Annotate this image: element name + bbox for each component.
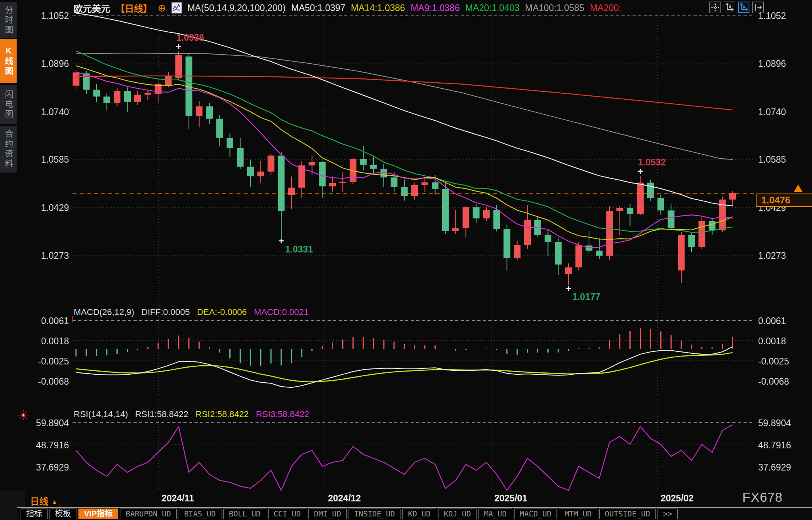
sidebar-item-lightning-chart[interactable]: 闪电图 bbox=[0, 85, 17, 124]
candle-body bbox=[237, 148, 244, 167]
sidebar-item-contract-info[interactable]: 合约资料 bbox=[0, 126, 17, 173]
candle-body bbox=[586, 245, 593, 251]
price-axis-right: 1.0896 bbox=[758, 59, 808, 69]
x-axis-date: 2024/12 bbox=[328, 493, 361, 504]
tab-mtm-ud[interactable]: MTM_UD bbox=[559, 509, 597, 519]
rsi-legend: RSI(14,14,14) RSI1:58.8422 RSI2:58.8422 … bbox=[74, 409, 309, 419]
candle-body bbox=[247, 167, 254, 176]
macd-axis-right: 0.0061 bbox=[758, 316, 808, 326]
x-axis-date: 2025/01 bbox=[494, 493, 527, 504]
period-selector[interactable]: 日线▲ bbox=[30, 494, 57, 507]
candle-body bbox=[678, 235, 685, 270]
current-price-tag: 1.0476 bbox=[756, 194, 812, 207]
tab-dmi-ud[interactable]: DMI_UD bbox=[308, 509, 347, 519]
indicator-settings-icon[interactable] bbox=[172, 2, 182, 13]
period-tag[interactable]: 【日线】 bbox=[116, 1, 152, 15]
rsi-axis-left: 48.7916 bbox=[19, 440, 69, 451]
candle-body bbox=[309, 162, 315, 166]
chart-application: ++++ 分时图 K线图 闪电图 合约资料 欧元美元 【日线】 ⊕ MA(50,… bbox=[0, 0, 812, 520]
candle-body bbox=[432, 182, 438, 189]
candle-body bbox=[124, 91, 131, 102]
candle-body bbox=[165, 76, 172, 85]
candle-body bbox=[196, 106, 202, 116]
add-compare-icon[interactable]: ⊕ bbox=[158, 2, 166, 14]
macd-axis-left: 0.0061 bbox=[19, 316, 69, 326]
candle-body bbox=[370, 165, 377, 169]
candle-body bbox=[483, 210, 490, 218]
tab-templates[interactable]: 模板 bbox=[50, 509, 76, 519]
rsi2-value: RSI2:58.8422 bbox=[196, 409, 249, 419]
candle-body bbox=[658, 198, 664, 211]
candle-body bbox=[514, 245, 520, 258]
macd-axis-left: -0.0068 bbox=[19, 376, 69, 387]
rsi-axis-left: 37.6929 bbox=[19, 462, 69, 473]
candle-body bbox=[93, 90, 100, 97]
candle-body bbox=[555, 242, 562, 265]
candle-body bbox=[545, 235, 551, 242]
macd-axis-left: -0.0025 bbox=[19, 356, 69, 367]
tab-kd-ud[interactable]: KD_UD bbox=[402, 509, 436, 519]
macd-axis-right: 0.0018 bbox=[758, 336, 808, 347]
candle-body bbox=[565, 268, 572, 274]
candle-body bbox=[596, 251, 602, 256]
tab-indicators[interactable]: 指标 bbox=[21, 509, 48, 519]
macd-layer bbox=[76, 328, 733, 388]
candle-body bbox=[391, 177, 397, 187]
ma14-value: MA14:1.0386 bbox=[351, 3, 405, 13]
candle-body bbox=[698, 221, 705, 247]
candle-body bbox=[401, 187, 408, 196]
tab-boll-ud[interactable]: BOLL_UD bbox=[223, 509, 266, 519]
candle-body bbox=[668, 211, 675, 228]
candle-body bbox=[319, 162, 326, 186]
sidebar-item-time-chart[interactable]: 分时图 bbox=[0, 2, 17, 38]
tab-inside-ud[interactable]: INSIDE_UD bbox=[349, 509, 400, 519]
candle-body bbox=[216, 119, 223, 138]
candle-body bbox=[688, 235, 695, 247]
ma-group-label: MA(50,14,9,20,100,200) bbox=[187, 3, 286, 13]
axis-scale-icon[interactable] bbox=[724, 2, 735, 13]
candle-body bbox=[175, 55, 182, 78]
axis-autoplay-icon[interactable] bbox=[738, 2, 749, 13]
candle-body bbox=[442, 189, 449, 231]
extreme-marker: + bbox=[278, 235, 284, 246]
tab-outside-ud[interactable]: OUTSIDE_UD bbox=[599, 509, 656, 519]
candle-body bbox=[421, 182, 428, 185]
tab-more[interactable]: >> bbox=[658, 509, 678, 519]
ma100-value: MA100:1.0585 bbox=[525, 3, 585, 13]
candle-body bbox=[493, 210, 500, 229]
tab-barupdn-ud[interactable]: BARUPDN_UD bbox=[120, 509, 176, 519]
indicator-tabbar: 指标 模板 VIP指标 BARUPDN_UD BIAS_UD BOLL_UD C… bbox=[17, 507, 812, 520]
tab-macd-ud[interactable]: MACD_UD bbox=[514, 509, 557, 519]
candle-body bbox=[411, 185, 418, 196]
candle-body bbox=[257, 172, 264, 176]
candle-body bbox=[606, 211, 613, 256]
chevron-up-icon: ▲ bbox=[51, 498, 57, 505]
macd-axis-right: -0.0068 bbox=[758, 376, 808, 387]
candle-body bbox=[627, 208, 633, 214]
candle-body bbox=[503, 229, 510, 258]
annotation-low: 1.0177 bbox=[572, 292, 600, 302]
price-axis-right: 1.0585 bbox=[758, 154, 808, 165]
tab-kdj-ud[interactable]: KDJ_UD bbox=[438, 509, 477, 519]
rsi-line bbox=[76, 425, 733, 490]
macd-axis-left: 0.0018 bbox=[19, 336, 69, 347]
chart-header: 欧元美元 【日线】 ⊕ MA(50,14,9,20,100,200) MA50:… bbox=[74, 2, 621, 14]
price-axis-left: 1.0740 bbox=[19, 107, 69, 118]
candle-body bbox=[134, 95, 141, 102]
sidebar-item-kline-chart[interactable]: K线图 bbox=[0, 39, 17, 83]
crosshair-move-icon[interactable] bbox=[709, 2, 721, 13]
candle-body bbox=[616, 208, 623, 211]
candle-body bbox=[729, 193, 736, 199]
candle-body bbox=[103, 97, 110, 103]
tab-vip-indicators[interactable]: VIP指标 bbox=[78, 509, 118, 519]
candle-body bbox=[381, 169, 387, 178]
candle-body bbox=[339, 182, 346, 183]
candle-body bbox=[278, 156, 285, 211]
tab-bias-ud[interactable]: BIAS_UD bbox=[179, 509, 221, 519]
candle-body bbox=[329, 183, 336, 186]
rsi-title: RSI(14,14,14) bbox=[74, 409, 128, 419]
tab-cci-ud[interactable]: CCI_UD bbox=[268, 509, 307, 519]
candle-body bbox=[452, 228, 459, 231]
price-chart-canvas[interactable]: ++++ bbox=[0, 0, 812, 520]
tab-ma-ud[interactable]: MA_UD bbox=[478, 509, 512, 519]
